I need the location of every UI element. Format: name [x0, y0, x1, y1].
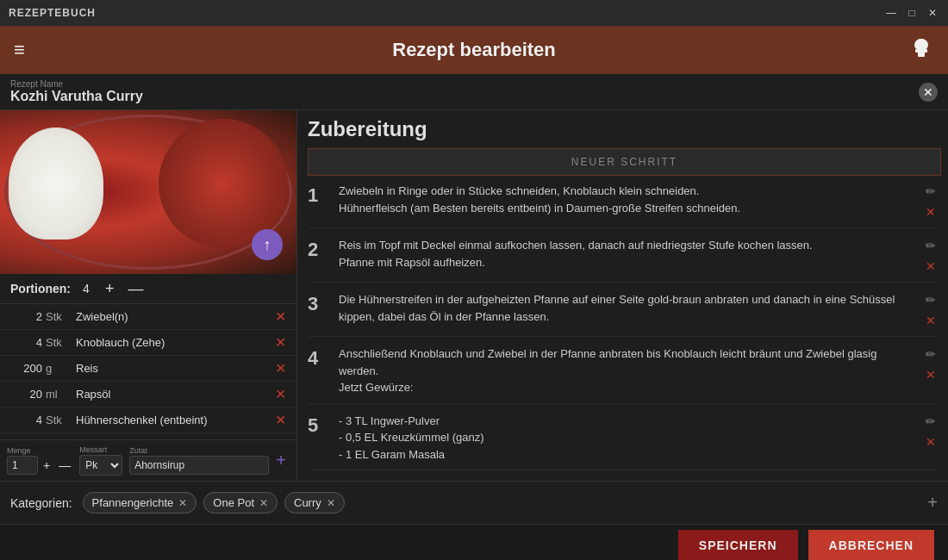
page-title: Rezept bearbeiten [392, 39, 556, 61]
close-window-button[interactable]: ✕ [926, 6, 939, 20]
titlebar: REZEPTEBUCH — □ ✕ [0, 0, 948, 26]
step-delete-button[interactable]: ✕ [924, 433, 938, 451]
step-number: 2 [308, 237, 332, 261]
portionen-decrement-button[interactable]: — [125, 281, 147, 296]
minimize-button[interactable]: — [884, 6, 898, 20]
home-button[interactable] [908, 34, 934, 65]
step-actions: ✏ ✕ [924, 479, 938, 481]
amount-decrement-button[interactable]: — [55, 459, 74, 471]
category-tags-container: Pfannengerichte ✕ One Pot ✕ Curry ✕ [83, 492, 345, 513]
ingredient-name: Reis [76, 362, 271, 375]
list-item: 4 Stk Hühnerschenkel (entbeint) ✕ [0, 408, 296, 433]
save-button[interactable]: SPEICHERN [678, 530, 798, 561]
ingredient-delete-button[interactable]: ✕ [271, 334, 290, 351]
ingredient-amount: 200 [7, 362, 46, 375]
portionen-increment-button[interactable]: + [102, 281, 118, 296]
ingredient-amount: 20 [7, 388, 46, 401]
amount-increment-button[interactable]: + [40, 459, 53, 471]
step-number: 1 [308, 183, 332, 207]
step-actions: ✏ ✕ [924, 183, 938, 221]
table-row: 6 Kurz durchrühren und schütteln. ✏ ✕ [308, 479, 938, 481]
step-text: Kurz durchrühren und schütteln. [332, 479, 924, 481]
step-number: 3 [308, 291, 332, 315]
ingredients-list: 2 Stk Zwiebel(n) ✕ 4 Stk Knoblauch (Zehe… [0, 304, 296, 439]
recipe-name-label: Rezept Name [10, 79, 938, 89]
step-edit-button[interactable]: ✏ [924, 183, 938, 200]
upload-image-button[interactable]: ↑ [252, 229, 283, 260]
category-remove-button[interactable]: ✕ [327, 498, 335, 508]
recipe-name-section: Rezept Name Kozhi Varutha Curry ✕ [0, 74, 948, 110]
ingredient-unit: Stk [46, 310, 76, 323]
ingredient-amount: 4 [7, 414, 46, 426]
step-edit-button[interactable]: ✏ [924, 237, 938, 254]
add-ingredient-button[interactable]: + [272, 451, 290, 470]
category-name: Pfannengerichte [92, 496, 174, 509]
list-item: 200 g Reis ✕ [0, 356, 296, 382]
step-number: 5 [308, 413, 332, 437]
list-item: One Pot ✕ [203, 492, 278, 513]
ingredient-name: Zwiebel(n) [76, 310, 271, 323]
ingredient-name: Rapsöl [76, 388, 271, 401]
category-remove-button[interactable]: ✕ [178, 498, 187, 508]
table-row: 5 - 3 TL Ingwer-Pulver- 0,5 EL Kreuzkümm… [308, 413, 938, 471]
list-item: Pfannengerichte ✕ [83, 492, 197, 513]
maximize-button[interactable]: □ [905, 6, 919, 20]
step-delete-button[interactable]: ✕ [924, 312, 938, 329]
step-actions: ✏ ✕ [924, 291, 938, 329]
add-name-label: Zutat [129, 446, 269, 455]
close-recipe-button[interactable]: ✕ [919, 83, 938, 102]
new-step-button[interactable]: NEUER SCHRITT [308, 148, 941, 176]
ingredient-amount: 2 [7, 310, 46, 323]
table-row: 3 Die Hühnerstreifen in der aufgeheizten… [308, 291, 938, 337]
right-panel: Zubereitung NEUER SCHRITT 1 Zwiebeln in … [297, 110, 948, 481]
step-edit-button[interactable]: ✏ [924, 413, 938, 430]
step-text: Zwiebeln in Ringe oder in Stücke schneid… [332, 183, 924, 216]
ingredient-name: Knoblauch (Zehe) [76, 336, 271, 349]
ingredient-unit: Stk [46, 336, 76, 349]
cancel-button[interactable]: ABBRECHEN [808, 530, 934, 561]
list-item: Curry ✕ [284, 492, 345, 513]
app-title: REZEPTEBUCH [9, 7, 96, 19]
ingredient-delete-button[interactable]: ✕ [271, 386, 290, 402]
category-name: Curry [294, 496, 321, 509]
step-delete-button[interactable]: ✕ [924, 366, 938, 383]
add-ingredient-unit-select[interactable]: PkgmlStkTLELkgL [79, 455, 122, 476]
add-ingredient-amount-input[interactable] [7, 456, 38, 475]
add-amount-label: Menge [7, 446, 74, 455]
ingredient-amount: 4 [7, 336, 46, 349]
add-ingredient-name-input[interactable] [129, 456, 269, 475]
step-edit-button[interactable]: ✏ [924, 291, 938, 308]
step-text: Die Hühnerstreifen in der aufgeheizten P… [332, 291, 924, 325]
step-number: 4 [308, 345, 332, 370]
ingredient-delete-button[interactable]: ✕ [271, 412, 290, 428]
table-row: 4 Anschließend Knoblauch und Zwiebel in … [308, 345, 938, 404]
ingredient-name: Hühnerschenkel (entbeint) [76, 414, 271, 426]
header: ≡ Rezept bearbeiten [0, 26, 948, 74]
list-item: 2 Stk Zwiebel(n) ✕ [0, 304, 296, 330]
add-category-button[interactable]: + [927, 493, 938, 513]
categories-bar: Kategorien: Pfannengerichte ✕ One Pot ✕ … [0, 481, 948, 524]
left-panel: ↑ Portionen: 4 + — 2 Stk Zwiebel(n) ✕ 4 … [0, 110, 297, 481]
categories-label: Kategorien: [10, 496, 72, 510]
step-delete-button[interactable]: ✕ [924, 203, 938, 221]
window-controls: — □ ✕ [884, 6, 939, 20]
action-bar: SPEICHERN ABBRECHEN [0, 524, 948, 560]
add-ingredient-row: Menge + — Messart PkgmlStkTLELkgL Zutat … [0, 439, 296, 481]
step-actions: ✏ ✕ [924, 237, 938, 275]
category-remove-button[interactable]: ✕ [259, 498, 268, 508]
menu-icon[interactable]: ≡ [14, 39, 25, 61]
step-edit-button[interactable]: ✏ [924, 479, 938, 481]
recipe-name-value: Kozhi Varutha Curry [10, 89, 938, 104]
ingredient-unit: Stk [46, 414, 76, 426]
ingredient-delete-button[interactable]: ✕ [271, 360, 290, 376]
ingredient-delete-button[interactable]: ✕ [271, 308, 290, 325]
step-edit-button[interactable]: ✏ [924, 345, 938, 363]
portionen-value: 4 [78, 282, 95, 296]
step-text: Anschließend Knoblauch und Zwiebel in de… [332, 345, 924, 396]
recipe-image: ↑ [0, 110, 296, 274]
step-text: Reis im Topf mit Deckel einmal aufkochen… [332, 237, 924, 271]
add-unit-label: Messart [79, 445, 122, 454]
step-delete-button[interactable]: ✕ [924, 258, 938, 275]
main-content: ↑ Portionen: 4 + — 2 Stk Zwiebel(n) ✕ 4 … [0, 110, 948, 481]
step-actions: ✏ ✕ [924, 345, 938, 383]
